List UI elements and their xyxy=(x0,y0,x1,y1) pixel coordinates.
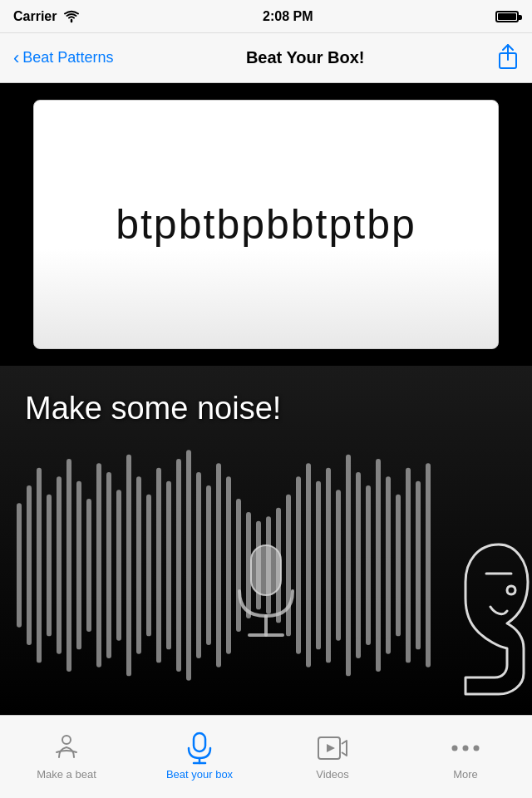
svg-point-51 xyxy=(452,746,458,751)
tab-more-label: More xyxy=(453,768,478,781)
face-profile-svg xyxy=(424,540,532,707)
music-video-icon xyxy=(318,736,347,760)
svg-rect-3 xyxy=(37,468,42,663)
wifi-icon xyxy=(63,10,80,23)
status-carrier: Carrier xyxy=(13,9,80,24)
svg-rect-1 xyxy=(17,503,22,627)
tab-make-a-beat[interactable]: Make a beat xyxy=(0,733,133,781)
more-dots-icon xyxy=(451,742,480,754)
svg-point-46 xyxy=(62,736,71,744)
tab-beat-your-box-label: Beat your box xyxy=(166,768,233,781)
svg-rect-9 xyxy=(96,463,101,667)
tab-beat-your-box[interactable]: Beat your box xyxy=(133,733,266,781)
svg-rect-39 xyxy=(396,495,401,637)
svg-point-53 xyxy=(474,746,480,751)
nav-bar: ‹ Beat Patterns Beat Your Box! xyxy=(0,33,532,83)
svg-rect-34 xyxy=(346,455,351,677)
microphone-tab-icon xyxy=(185,732,214,765)
share-icon xyxy=(497,43,519,70)
make-noise-label: Make some noise! xyxy=(25,391,281,426)
svg-rect-5 xyxy=(57,476,62,653)
svg-point-52 xyxy=(463,746,469,751)
beat-pattern-text: btpbtbpbbtptbp xyxy=(116,200,416,249)
videos-icon xyxy=(318,733,347,763)
person-meditation-icon xyxy=(52,734,81,762)
tab-bar: Make a beat Beat your box Videos xyxy=(0,715,532,798)
microphone-icon xyxy=(224,537,308,645)
svg-rect-40 xyxy=(406,468,411,663)
svg-rect-20 xyxy=(206,485,211,645)
svg-rect-17 xyxy=(176,459,181,672)
svg-rect-21 xyxy=(216,463,221,667)
nav-title: Beat Your Box! xyxy=(246,48,365,67)
svg-rect-43 xyxy=(251,545,281,595)
svg-rect-13 xyxy=(136,476,141,653)
mic-area: Make some noise! xyxy=(0,366,532,715)
battery-icon xyxy=(495,11,519,22)
svg-rect-6 xyxy=(66,459,71,672)
tab-make-a-beat-label: Make a beat xyxy=(37,768,96,781)
chevron-left-icon: ‹ xyxy=(13,49,19,67)
svg-rect-33 xyxy=(336,490,341,640)
svg-rect-12 xyxy=(126,455,131,677)
svg-rect-18 xyxy=(186,450,191,680)
tab-videos[interactable]: Videos xyxy=(266,733,399,781)
status-bar: Carrier 2:08 PM xyxy=(0,0,532,33)
beat-your-box-icon xyxy=(185,733,214,763)
svg-rect-2 xyxy=(27,485,32,645)
svg-rect-35 xyxy=(356,472,361,658)
svg-rect-31 xyxy=(316,481,321,650)
status-battery xyxy=(495,11,519,22)
svg-rect-8 xyxy=(86,499,91,632)
svg-rect-47 xyxy=(194,733,205,751)
more-icon xyxy=(451,733,480,763)
svg-rect-36 xyxy=(366,485,371,645)
svg-rect-41 xyxy=(416,481,421,650)
beat-pattern-card: btpbtbpbbtptbp xyxy=(33,100,499,349)
waveform-bars xyxy=(17,450,431,680)
svg-rect-4 xyxy=(47,495,52,637)
tab-more[interactable]: More xyxy=(399,733,532,781)
svg-rect-7 xyxy=(76,481,81,650)
status-time: 2:08 PM xyxy=(263,9,313,24)
svg-rect-16 xyxy=(166,481,171,650)
microphone-icon-container xyxy=(224,537,308,648)
back-label: Beat Patterns xyxy=(22,49,113,66)
share-button[interactable] xyxy=(497,43,519,73)
tab-videos-label: Videos xyxy=(316,768,349,781)
make-a-beat-icon xyxy=(52,733,81,763)
svg-rect-11 xyxy=(116,490,121,640)
svg-rect-32 xyxy=(326,468,331,663)
carrier-label: Carrier xyxy=(13,9,57,24)
face-silhouette xyxy=(424,540,532,707)
back-button[interactable]: ‹ Beat Patterns xyxy=(13,49,113,67)
svg-rect-10 xyxy=(106,472,111,658)
svg-rect-15 xyxy=(156,468,161,663)
svg-rect-19 xyxy=(196,472,201,658)
svg-rect-14 xyxy=(146,495,151,637)
svg-rect-38 xyxy=(386,476,391,653)
svg-rect-37 xyxy=(376,459,381,672)
